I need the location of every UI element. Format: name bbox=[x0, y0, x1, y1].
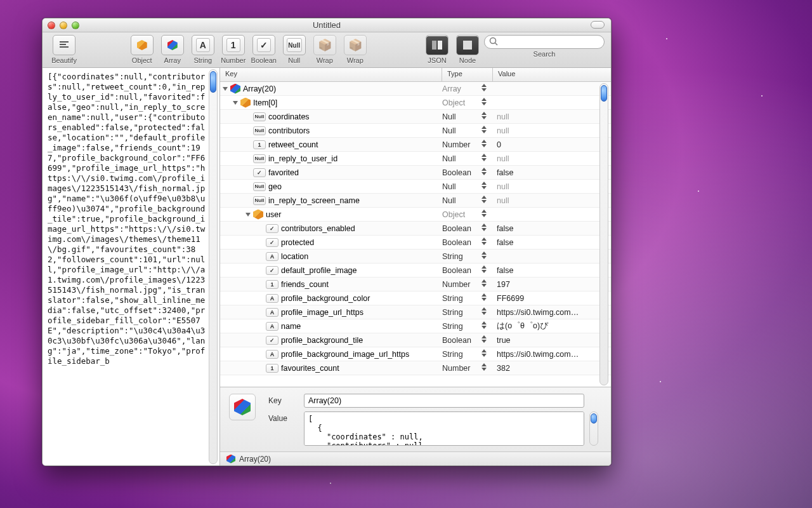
tree-key: in_reply_to_user_id bbox=[268, 154, 337, 163]
disclosure-triangle-icon[interactable] bbox=[223, 87, 228, 91]
svg-line-7 bbox=[495, 43, 498, 46]
tree-row[interactable]: ✓contributors_enabledBooleanfalse bbox=[220, 222, 611, 236]
tree-body[interactable]: Array(20)ArrayItem[0]ObjectNullcoordinat… bbox=[220, 82, 611, 387]
search-input[interactable] bbox=[484, 35, 605, 49]
source-scrollbar[interactable] bbox=[208, 69, 218, 464]
type-stepper[interactable] bbox=[481, 363, 489, 373]
disclosure-triangle-icon[interactable] bbox=[246, 213, 251, 217]
tree-row[interactable]: ✓favoritedBooleanfalse bbox=[220, 166, 611, 180]
window-close-button[interactable] bbox=[48, 22, 55, 29]
toolbar-json-view[interactable]: JSON bbox=[423, 35, 451, 64]
toolbar-number[interactable]: 1 Number bbox=[219, 35, 247, 64]
tree-row[interactable]: Aprofile_background_image_url_httpsStrin… bbox=[220, 347, 611, 361]
tree-value[interactable]: null bbox=[497, 182, 509, 191]
tree-row[interactable]: 1friends_countNumber197 bbox=[220, 277, 611, 291]
type-stepper[interactable] bbox=[481, 293, 489, 304]
tree-row[interactable]: ✓default_profile_imageBooleanfalse bbox=[220, 264, 611, 277]
header-value[interactable]: Value bbox=[493, 68, 611, 81]
type-stepper[interactable] bbox=[481, 182, 489, 192]
tree-type: Null bbox=[442, 112, 456, 121]
tree-row[interactable]: NullcoordinatesNullnull bbox=[220, 110, 611, 124]
toolbar-object[interactable]: Object bbox=[128, 35, 156, 64]
tree-type: Boolean bbox=[442, 224, 471, 233]
svg-rect-0 bbox=[60, 41, 69, 43]
toolbar-beautify[interactable]: Beautify bbox=[49, 35, 79, 64]
tree-row[interactable]: Item[0]Object bbox=[220, 96, 611, 110]
header-type[interactable]: Type bbox=[442, 68, 493, 81]
type-stepper[interactable] bbox=[481, 224, 489, 234]
tree-row[interactable]: NullgeoNullnull bbox=[220, 180, 611, 194]
tree-row[interactable]: Aprofile_background_colorStringFF6699 bbox=[220, 291, 611, 305]
tree-row[interactable]: userObject bbox=[220, 208, 611, 222]
tree-value[interactable]: false bbox=[497, 168, 513, 177]
tree-value[interactable]: false bbox=[497, 224, 513, 233]
type-stepper[interactable] bbox=[481, 251, 489, 262]
type-badge-icon: 1 bbox=[266, 364, 278, 373]
window-title: Untitled bbox=[43, 20, 611, 30]
toolbar-array[interactable]: Array bbox=[159, 35, 187, 64]
source-text[interactable]: [{"coordinates":null,"contributors":null… bbox=[43, 68, 219, 370]
toolbar-boolean[interactable]: ✓ Boolean bbox=[250, 35, 278, 64]
type-stepper[interactable] bbox=[481, 237, 489, 248]
tree-row[interactable]: NullcontributorsNullnull bbox=[220, 124, 611, 138]
type-stepper[interactable] bbox=[481, 210, 489, 220]
toolbar-toggle-pill[interactable] bbox=[591, 21, 605, 29]
type-stepper[interactable] bbox=[481, 349, 489, 359]
tree-value[interactable]: https://si0.twimg.com… bbox=[497, 350, 579, 359]
tree-value[interactable]: https://si0.twimg.com… bbox=[497, 308, 579, 317]
tree-row[interactable]: AlocationString bbox=[220, 250, 611, 264]
detail-key-field[interactable] bbox=[304, 394, 584, 408]
tree-row[interactable]: Aprofile_image_url_httpsStringhttps://si… bbox=[220, 305, 611, 319]
header-key[interactable]: Key bbox=[220, 68, 442, 81]
tree-value[interactable]: true bbox=[497, 336, 511, 345]
type-stepper[interactable] bbox=[481, 140, 489, 150]
tree-scrollbar[interactable] bbox=[599, 83, 610, 385]
wrap-icon: 📦 bbox=[318, 38, 332, 52]
type-stepper[interactable] bbox=[481, 112, 489, 122]
detail-value-field[interactable] bbox=[304, 411, 584, 446]
tree-value[interactable]: false bbox=[497, 238, 513, 247]
titlebar[interactable]: Untitled bbox=[43, 18, 611, 32]
type-stepper[interactable] bbox=[481, 321, 489, 331]
tree-value[interactable]: null bbox=[497, 196, 509, 205]
toolbar-string[interactable]: A String bbox=[189, 35, 217, 64]
tree-row[interactable]: Nullin_reply_to_screen_nameNullnull bbox=[220, 194, 611, 208]
type-stepper[interactable] bbox=[481, 307, 489, 318]
type-stepper[interactable] bbox=[481, 84, 489, 94]
toolbar-wrap-1[interactable]: 📦 Wrap bbox=[311, 35, 339, 64]
tree-row[interactable]: ✓protectedBooleanfalse bbox=[220, 236, 611, 250]
window-zoom-button[interactable] bbox=[72, 22, 79, 29]
type-stepper[interactable] bbox=[481, 154, 489, 164]
tree-value[interactable]: null bbox=[497, 112, 509, 121]
tree-row[interactable]: Nullin_reply_to_user_idNullnull bbox=[220, 152, 611, 166]
disclosure-triangle-icon[interactable] bbox=[233, 101, 238, 105]
tree-row[interactable]: AnameStringは(o゜θ゜o)ぴ bbox=[220, 319, 611, 333]
tree-row[interactable]: Array(20)Array bbox=[220, 82, 611, 96]
toolbar-null[interactable]: Null Null bbox=[280, 35, 308, 64]
tree-value[interactable]: は(o゜θ゜o)ぴ bbox=[497, 321, 548, 330]
tree-key: default_profile_image bbox=[281, 266, 357, 275]
type-stepper[interactable] bbox=[481, 98, 489, 108]
type-badge-icon: A bbox=[266, 322, 278, 331]
type-stepper[interactable] bbox=[481, 279, 489, 290]
type-stepper[interactable] bbox=[481, 126, 489, 136]
tree-value[interactable]: FF6699 bbox=[497, 294, 524, 303]
tree-type: String bbox=[442, 294, 463, 303]
tree-row[interactable]: ✓profile_background_tileBooleantrue bbox=[220, 333, 611, 347]
tree-value[interactable]: false bbox=[497, 266, 513, 275]
type-stepper[interactable] bbox=[481, 196, 489, 206]
tree-value[interactable]: 197 bbox=[497, 280, 510, 289]
detail-scrollbar[interactable] bbox=[589, 411, 598, 446]
window-minimize-button[interactable] bbox=[60, 22, 67, 29]
type-stepper[interactable] bbox=[481, 265, 489, 276]
tree-value[interactable]: 0 bbox=[497, 140, 501, 149]
toolbar-node-view[interactable]: Node bbox=[454, 35, 481, 64]
tree-row[interactable]: 1favourites_countNumber382 bbox=[220, 361, 611, 375]
type-stepper[interactable] bbox=[481, 335, 489, 345]
type-stepper[interactable] bbox=[481, 168, 489, 178]
tree-value[interactable]: 382 bbox=[497, 364, 510, 373]
tree-row[interactable]: 1retweet_countNumber0 bbox=[220, 138, 611, 152]
tree-value[interactable]: null bbox=[497, 154, 509, 163]
tree-value[interactable]: null bbox=[497, 126, 509, 135]
toolbar-wrap-2[interactable]: 📦 Wrap bbox=[341, 35, 369, 64]
